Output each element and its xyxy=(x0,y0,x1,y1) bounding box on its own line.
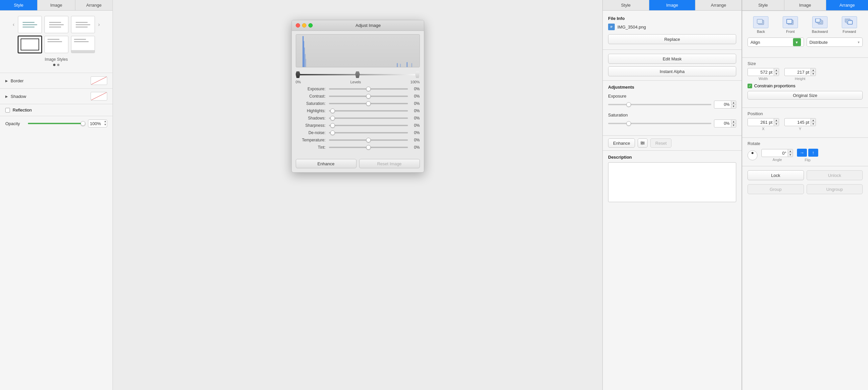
tab-arrange-arrange-panel[interactable]: Arrange xyxy=(826,0,868,10)
exposure-thumb[interactable] xyxy=(366,87,371,91)
contrast-thumb[interactable] xyxy=(366,94,371,98)
width-input[interactable] xyxy=(747,68,774,76)
angle-down-btn[interactable]: ▼ xyxy=(788,153,793,157)
backward-button[interactable]: Backward xyxy=(807,16,834,33)
saturation-slider[interactable] xyxy=(329,103,408,104)
maximize-button[interactable] xyxy=(308,23,313,28)
exposure-adj-slider[interactable] xyxy=(608,104,711,105)
minimize-button[interactable] xyxy=(302,23,306,28)
style-preset-1[interactable] xyxy=(18,16,42,33)
exposure-adj-input[interactable] xyxy=(714,100,731,109)
exposure-adj-thumb[interactable] xyxy=(626,102,631,107)
flip-vertical-button[interactable]: ↑ xyxy=(808,149,818,157)
rotate-dial[interactable] xyxy=(747,150,757,160)
x-up-btn[interactable]: ▲ xyxy=(774,119,779,122)
style-preset-2[interactable] xyxy=(44,16,68,33)
sharpness-thumb[interactable] xyxy=(330,123,335,128)
forward-button[interactable]: Forward xyxy=(836,16,863,33)
tab-style-arrange-panel[interactable]: Style xyxy=(742,0,784,10)
align-dropdown-arrow[interactable]: ▾ xyxy=(793,38,801,46)
sharpness-slider[interactable] xyxy=(329,125,408,126)
levels-black-point[interactable] xyxy=(296,71,301,78)
tab-image-arrange-panel[interactable]: Image xyxy=(784,0,827,10)
tab-arrange-left[interactable]: Arrange xyxy=(75,0,113,10)
saturation-adj-thumb[interactable] xyxy=(626,121,631,126)
contrast-slider[interactable] xyxy=(329,96,408,97)
edit-mask-button[interactable]: Edit Mask xyxy=(608,54,736,64)
lock-button[interactable]: Lock xyxy=(747,170,804,180)
opacity-slider[interactable] xyxy=(28,123,85,124)
close-button[interactable] xyxy=(296,23,300,28)
denoise-thumb[interactable] xyxy=(330,130,335,135)
options-icon-button[interactable] xyxy=(638,139,648,148)
align-dropdown[interactable]: Align ▾ xyxy=(747,37,804,47)
saturation-adj-input[interactable] xyxy=(714,119,731,127)
border-color-swatch[interactable] xyxy=(91,76,107,85)
levels-white-point[interactable] xyxy=(415,71,420,78)
shadow-expand-arrow[interactable]: ▶ xyxy=(5,95,8,98)
back-button[interactable]: Back xyxy=(747,16,774,33)
height-down-btn[interactable]: ▼ xyxy=(811,72,815,76)
border-expand-arrow[interactable]: ▶ xyxy=(5,79,8,83)
temperature-slider[interactable] xyxy=(329,140,408,141)
opacity-down-arrow[interactable]: ▼ xyxy=(104,123,106,126)
levels-midpoint[interactable] xyxy=(355,71,360,78)
height-input[interactable] xyxy=(784,68,811,76)
reset-image-button[interactable]: Reset Image xyxy=(359,159,420,168)
x-position-input[interactable] xyxy=(747,118,774,126)
tab-style-image-panel[interactable]: Style xyxy=(603,0,649,10)
description-textarea[interactable] xyxy=(608,162,736,202)
saturation-adj-slider[interactable] xyxy=(608,123,711,124)
constrain-checkbox[interactable]: ✓ xyxy=(747,84,752,88)
flip-horizontal-button[interactable]: → xyxy=(797,149,807,157)
tab-arrange-image-panel[interactable]: Arrange xyxy=(695,0,742,10)
shadows-slider[interactable] xyxy=(329,118,408,119)
replace-button[interactable]: Replace xyxy=(608,34,736,44)
tab-image-left[interactable]: Image xyxy=(37,0,75,10)
y-down-btn[interactable]: ▼ xyxy=(811,122,815,126)
saturation-thumb[interactable] xyxy=(366,101,371,106)
style-preset-5[interactable] xyxy=(44,36,68,53)
exposure-up-btn[interactable]: ▲ xyxy=(731,101,736,104)
ungroup-button[interactable]: Ungroup xyxy=(807,184,863,194)
height-up-btn[interactable]: ▲ xyxy=(811,68,815,72)
enhance-button[interactable]: Enhance xyxy=(608,139,635,148)
style-preset-6[interactable] xyxy=(71,36,95,53)
style-preset-4[interactable] xyxy=(18,36,42,53)
enhance-dialog-button[interactable]: Enhance xyxy=(296,159,356,168)
style-preset-3[interactable] xyxy=(71,16,95,33)
temperature-thumb[interactable] xyxy=(366,138,371,142)
unlock-button[interactable]: Unlock xyxy=(807,170,863,180)
highlights-slider[interactable] xyxy=(329,110,408,112)
tab-style-left[interactable]: Style xyxy=(0,0,37,10)
denoise-slider[interactable] xyxy=(329,132,408,133)
width-up-btn[interactable]: ▲ xyxy=(774,68,779,72)
shadow-color-swatch[interactable] xyxy=(91,92,107,100)
shadows-thumb[interactable] xyxy=(330,116,335,120)
exposure-down-btn[interactable]: ▼ xyxy=(731,104,736,108)
right-arrow-icon[interactable]: › xyxy=(98,22,100,28)
tab-image-image-panel[interactable]: Image xyxy=(649,0,696,10)
angle-up-btn[interactable]: ▲ xyxy=(788,149,793,153)
saturation-down-btn[interactable]: ▼ xyxy=(731,123,736,127)
reflection-checkbox[interactable] xyxy=(5,108,10,113)
width-down-btn[interactable]: ▼ xyxy=(774,72,779,76)
distribute-dropdown[interactable]: Distribute ▾ xyxy=(807,37,863,47)
reset-button[interactable]: Reset xyxy=(650,139,672,148)
y-up-btn[interactable]: ▲ xyxy=(811,119,815,122)
saturation-up-btn[interactable]: ▲ xyxy=(731,120,736,123)
y-position-input[interactable] xyxy=(784,118,811,126)
exposure-slider[interactable] xyxy=(329,88,408,90)
highlights-thumb[interactable] xyxy=(330,109,335,113)
front-button[interactable]: Front xyxy=(777,16,804,33)
angle-input[interactable] xyxy=(762,149,788,157)
levels-bar[interactable] xyxy=(296,71,420,79)
x-down-btn[interactable]: ▼ xyxy=(774,122,779,126)
left-arrow-icon[interactable]: ‹ xyxy=(12,22,15,28)
group-button[interactable]: Group xyxy=(747,184,804,194)
opacity-up-arrow[interactable]: ▲ xyxy=(104,120,106,123)
instant-alpha-button[interactable]: Instant Alpha xyxy=(608,66,736,76)
original-size-button[interactable]: Original Size xyxy=(747,91,863,99)
opacity-slider-thumb[interactable] xyxy=(81,121,85,126)
tint-thumb[interactable] xyxy=(366,145,371,150)
